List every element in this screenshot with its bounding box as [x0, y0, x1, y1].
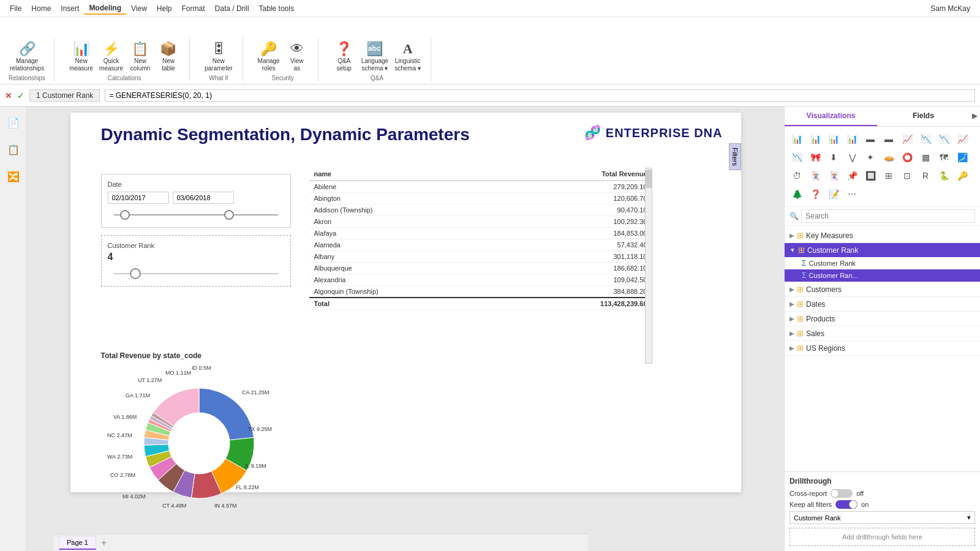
field-group-header[interactable]: ▶⊞Products [785, 312, 980, 326]
ribbon-btn-new-column[interactable]: 📋 Newcolumn [127, 40, 154, 73]
date-to-input[interactable] [173, 192, 234, 204]
menu-data-drill[interactable]: Data / Drill [210, 3, 254, 14]
donut-label-ct: CT 4.49M [162, 503, 186, 509]
rank-value: 4 [108, 252, 284, 263]
viz-100-stacked-bar[interactable]: ▬ [862, 130, 879, 148]
date-slider-thumb-right[interactable] [224, 210, 234, 220]
viz-smart-narrative[interactable]: 📝 [825, 186, 842, 203]
viz-more[interactable]: ⋯ [843, 186, 861, 203]
viz-gauge[interactable]: ⏱ [788, 167, 805, 184]
cross-report-toggle[interactable] [831, 489, 853, 498]
filters-toggle-btn[interactable]: Filters [729, 143, 741, 170]
menu-modeling[interactable]: Modeling [84, 2, 126, 15]
field-group-header[interactable]: ▶⊞US Regions [785, 341, 980, 355]
field-item[interactable]: ΣCustomer Rank [785, 257, 980, 269]
date-slider-track [114, 209, 278, 221]
menu-format[interactable]: Format [177, 3, 210, 14]
viz-filled-map[interactable]: 🗾 [954, 149, 971, 166]
ribbon-btn-new-measure[interactable]: 📊 Newmeasure [67, 40, 96, 73]
page-tab-1[interactable]: Page 1 [59, 536, 96, 550]
keep-filters-toggle[interactable] [835, 500, 858, 509]
ribbon-btn-new-table[interactable]: 📦 Newtable [155, 40, 182, 73]
icon-bar-report[interactable]: 📄 [2, 111, 24, 133]
formula-cancel-btn[interactable]: ✕ [5, 91, 12, 100]
viz-key-influencers[interactable]: 🔑 [954, 167, 971, 184]
field-group-header[interactable]: ▶⊞Dates [785, 297, 980, 311]
formula-confirm-btn[interactable]: ✓ [17, 91, 24, 100]
viz-pie[interactable]: 🥧 [880, 149, 897, 166]
ribbon-btn-language-schema[interactable]: 🔤 Languageschema ▾ [359, 40, 391, 73]
panel-collapse-btn[interactable]: ▶ [970, 107, 980, 126]
viz-area[interactable]: 📉 [917, 130, 934, 148]
viz-line[interactable]: 📈 [899, 130, 916, 148]
ribbon-btn-manage-relationships[interactable]: 🔗 Managerelationships [7, 40, 47, 73]
ribbon-btn-qa-setup[interactable]: ❓ Q&Asetup [331, 40, 358, 73]
viz-kpi[interactable]: 📌 [843, 167, 861, 184]
add-page-btn[interactable]: + [97, 538, 110, 549]
field-selector-dropdown[interactable]: Customer Rank ▾ [790, 511, 975, 524]
viz-qa[interactable]: ❓ [807, 186, 824, 203]
field-group-header[interactable]: ▼⊞Customer Rank [785, 243, 980, 257]
viz-stacked-area[interactable]: 📉 [935, 130, 952, 148]
date-from-input[interactable] [108, 192, 169, 204]
viz-table[interactable]: ⊞ [880, 167, 897, 184]
ribbon-btn-linguistic-schema[interactable]: A Linguisticschema ▾ [392, 40, 423, 73]
viz-multirow-card[interactable]: 🃏 [825, 167, 842, 184]
visualizations-tab[interactable]: Visualizations [785, 107, 877, 126]
date-slider-thumb-left[interactable] [120, 210, 130, 220]
fields-tab[interactable]: Fields [877, 107, 970, 126]
main-layout: 📄 📋 🔀 Dynamic Segmentation, Dynamic Para… [0, 107, 980, 551]
menu-help[interactable]: Help [152, 3, 177, 14]
field-group-header[interactable]: ▶⊞Key Measures [785, 228, 980, 242]
field-group-header[interactable]: ▶⊞Customers [785, 282, 980, 296]
viz-clustered-bar[interactable]: 📊 [807, 130, 824, 148]
viz-matrix[interactable]: ⊡ [899, 167, 916, 184]
ribbon-btn-new-parameter[interactable]: 🎛 Newparameter [202, 40, 235, 73]
viz-card[interactable]: 🃏 [807, 167, 824, 184]
viz-stacked-bar[interactable]: 📊 [788, 130, 805, 148]
ribbon-btn-manage-roles[interactable]: 🔑 Manageroles [255, 40, 282, 73]
fields-search-input[interactable] [801, 209, 975, 223]
menu-home[interactable]: Home [26, 3, 56, 14]
view-as-label: Viewas [290, 58, 304, 72]
viz-decomp-tree[interactable]: 🌲 [788, 186, 805, 203]
ribbon-btn-quick-measure[interactable]: ⚡ Quickmeasure [97, 40, 126, 73]
viz-line-stacked[interactable]: 📉 [788, 149, 805, 166]
viz-ribbon[interactable]: 🎀 [807, 149, 824, 166]
viz-icons-grid: 📊 📊 📊 📊 ▬ ▬ 📈 📉 📉 📈 📉 🎀 ⬇ ⋁ ✦ 🥧 ⭕ ▩ 🗺 🗾 … [785, 127, 980, 207]
sigma-icon: Σ [802, 271, 806, 280]
formula-content[interactable]: = GENERATESERIES(0, 20, 1) [105, 89, 975, 102]
viz-waterfall[interactable]: ⬇ [825, 149, 842, 166]
menu-insert[interactable]: Insert [56, 3, 84, 14]
viz-line-clustered[interactable]: 📈 [954, 130, 971, 148]
viz-map[interactable]: 🗺 [935, 149, 952, 166]
ribbon-btn-view-as[interactable]: 👁 Viewas [284, 40, 311, 73]
manage-roles-icon: 🔑 [260, 41, 277, 57]
viz-stacked-col[interactable]: 📊 [825, 130, 842, 148]
viz-clustered-col[interactable]: 📊 [843, 130, 861, 148]
viz-slicer[interactable]: 🔲 [862, 167, 879, 184]
viz-r-visual[interactable]: R [917, 167, 934, 184]
data-table: name Total Revenue Abilene279,209.10Abin… [309, 168, 652, 310]
viz-donut[interactable]: ⭕ [899, 149, 916, 166]
viz-100-stacked-col[interactable]: ▬ [880, 130, 897, 148]
chevron-icon: ▶ [790, 345, 794, 351]
field-item[interactable]: ΣCustomer Ran... [785, 269, 980, 282]
table-cell-revenue: 384,888.20 [503, 286, 652, 298]
viz-python[interactable]: 🐍 [935, 167, 952, 184]
menu-view[interactable]: View [126, 3, 152, 14]
table-scrollbar[interactable] [645, 168, 652, 364]
field-group-header[interactable]: ▶⊞Sales [785, 326, 980, 340]
icon-bar-data[interactable]: 📋 [2, 138, 24, 160]
new-table-label: Newtable [162, 58, 175, 72]
viz-funnel[interactable]: ⋁ [843, 149, 861, 166]
menu-file[interactable]: File [5, 3, 26, 14]
rank-slider-thumb[interactable] [130, 268, 141, 279]
table-scroll-thumb[interactable] [646, 170, 652, 188]
viz-treemap[interactable]: ▩ [917, 149, 934, 166]
menu-table-tools[interactable]: Table tools [254, 3, 299, 14]
icon-bar-model[interactable]: 🔀 [2, 165, 24, 187]
cross-report-state: off [856, 490, 864, 497]
donut-segment [199, 388, 254, 440]
viz-scatter[interactable]: ✦ [862, 149, 879, 166]
